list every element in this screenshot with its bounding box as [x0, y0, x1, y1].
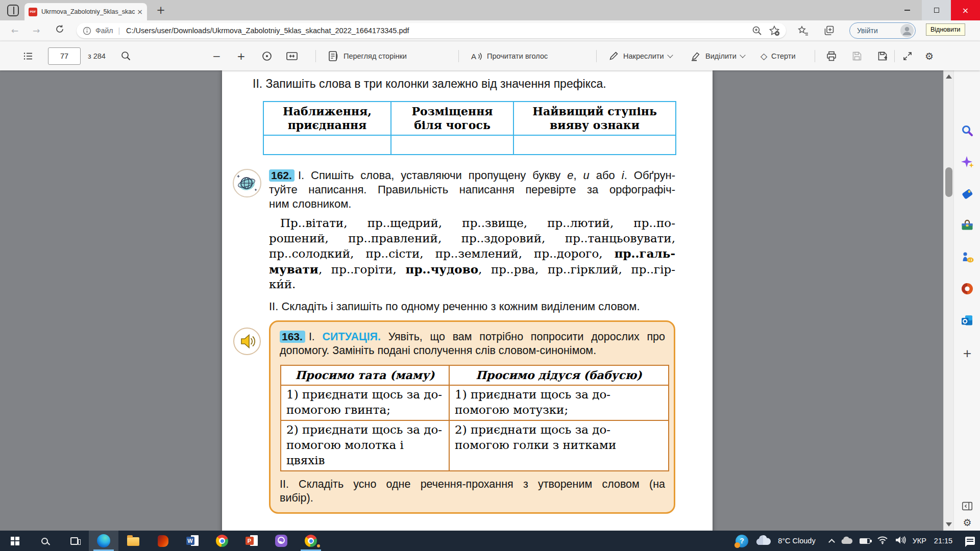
window-close-button[interactable]: ×: [951, 0, 980, 20]
page-view-button[interactable]: Перегляд сторінки: [327, 41, 407, 70]
zoom-reset-button[interactable]: [261, 41, 273, 70]
fit-width-icon: [286, 51, 298, 62]
print-button[interactable]: [826, 41, 837, 70]
chevron-down-icon[interactable]: [740, 52, 745, 58]
sidebar-microsoft365-button[interactable]: [960, 282, 974, 296]
minimize-icon: [904, 10, 910, 11]
tab-pdf[interactable]: PDF Ukrmova_Zabolotniy_5klas_skach ×: [24, 3, 147, 20]
action-center-icon[interactable]: [965, 537, 975, 545]
draw-button[interactable]: Накреслити: [608, 41, 672, 70]
file-explorer-button[interactable]: [118, 531, 148, 551]
save-as-icon: [877, 51, 888, 62]
tray-overflow-chevron[interactable]: [828, 539, 835, 545]
url-text: C:/Users/user/Downloads/Ukrmova_Zabolotn…: [126, 27, 745, 35]
page-number-input[interactable]: [48, 47, 81, 65]
new-tab-button[interactable]: +: [154, 4, 167, 17]
synonym-table: Просимо тата (маму) Просимо дідуся (бабу…: [280, 365, 669, 471]
sidebar-search-button[interactable]: [960, 123, 974, 138]
table-cell: 2) приєднати щось за до-помогою голки з …: [449, 420, 669, 471]
pdf-page: II. Запишіть слова в три колонки залежно…: [222, 70, 713, 531]
sidebar-tools-button[interactable]: [960, 218, 974, 233]
language-indicator[interactable]: УКР: [913, 537, 926, 545]
save-button[interactable]: [851, 41, 863, 70]
windows-logo-icon: [11, 537, 19, 545]
main-area: II. Запишіть слова в три колонки залежно…: [0, 70, 980, 531]
weather-widget[interactable]: 8°C Cloudy: [778, 537, 816, 545]
fit-width-button[interactable]: [286, 41, 298, 70]
zoom-page-icon[interactable]: [751, 25, 763, 36]
back-button[interactable]: ←: [8, 24, 21, 38]
forward-button[interactable]: →: [30, 24, 43, 38]
chevron-down-icon[interactable]: [667, 52, 673, 58]
pdf-settings-button[interactable]: ⚙: [925, 41, 934, 70]
read-aloud-button[interactable]: A Прочитати вголос: [470, 41, 548, 70]
sidebar-shopping-button[interactable]: [960, 187, 974, 201]
zoom-out-button[interactable]: −: [212, 41, 221, 70]
start-button[interactable]: [0, 531, 30, 551]
add-favorite-icon[interactable]: [769, 25, 780, 36]
zoom-in-button[interactable]: +: [237, 41, 246, 70]
sidebar-settings-button[interactable]: ⚙: [960, 515, 974, 530]
weather-cloud-icon[interactable]: [755, 535, 771, 547]
system-tray: ? 8°C Cloudy УКР 21:15: [736, 535, 980, 547]
erase-button[interactable]: ◇ Стерти: [761, 41, 796, 70]
scrollbar-thumb[interactable]: [945, 167, 952, 197]
taskbar-edge-button[interactable]: [89, 531, 118, 551]
window-restore-button[interactable]: [922, 0, 951, 20]
word-list: Пр..вітати, пр..щедрий, пр..звище, пр..л…: [269, 216, 675, 292]
globe-doodle-icon: [232, 168, 262, 200]
exercise-number-badge: 162.: [269, 169, 295, 182]
refresh-button[interactable]: [53, 24, 66, 38]
fullscreen-button[interactable]: [902, 41, 913, 70]
taskbar-search-button[interactable]: [30, 531, 59, 551]
draw-label: Накреслити: [623, 52, 664, 60]
task-part2-oral: II. Складіть усно одне речення-прохання …: [280, 478, 665, 506]
battery-icon[interactable]: [860, 538, 870, 544]
word-button[interactable]: W: [178, 531, 207, 551]
chrome-profile-button[interactable]: [296, 531, 326, 551]
volume-icon[interactable]: [895, 536, 906, 546]
onedrive-icon[interactable]: [841, 536, 853, 546]
address-bar[interactable]: Файл | C:/Users/user/Downloads/Ukrmova_Z…: [77, 23, 786, 38]
tab-actions-menu-icon[interactable]: [7, 5, 19, 16]
sidebar-copilot-button[interactable]: [960, 155, 974, 169]
profile-avatar: [900, 24, 914, 37]
powerpoint-button[interactable]: P: [237, 531, 266, 551]
sidebar-outlook-button[interactable]: [960, 313, 974, 328]
get-help-icon[interactable]: ?: [736, 535, 748, 547]
task-view-button[interactable]: [59, 531, 89, 551]
highlight-button[interactable]: Виділити: [690, 41, 745, 70]
table-cell: 1) приєднати щось за до-помогою гвинта;: [281, 385, 449, 420]
highlight-icon: [690, 51, 701, 62]
collections-button[interactable]: [823, 24, 835, 37]
toc-button[interactable]: [22, 41, 34, 70]
sidebar-customize-button[interactable]: +: [960, 346, 974, 360]
toc-icon: [22, 51, 34, 62]
sidebar-panel-toggle-button[interactable]: [960, 499, 974, 513]
office-app-button[interactable]: [148, 531, 178, 551]
favorites-button[interactable]: [797, 24, 810, 37]
clock[interactable]: 21:15: [933, 537, 953, 545]
window-controls: ×: [893, 0, 980, 20]
navigation-bar: ← → Файл | C:/Users/user/Downloads/Ukrmo…: [0, 20, 980, 41]
tab-close-icon[interactable]: ×: [137, 8, 143, 15]
signin-button[interactable]: Увійти: [849, 22, 916, 39]
scroll-down-arrow[interactable]: [946, 522, 952, 527]
scroll-up-arrow[interactable]: [946, 74, 952, 79]
wifi-icon[interactable]: [877, 536, 888, 546]
toolbox-icon: [961, 219, 974, 232]
address-divider: |: [118, 27, 120, 35]
save-as-button[interactable]: [877, 41, 888, 70]
pdf-scrollbar[interactable]: [943, 70, 953, 531]
task-part2-sentences: II. Складіть і запишіть по одному реченн…: [269, 300, 677, 313]
chrome-button[interactable]: [207, 531, 237, 551]
viber-button[interactable]: [266, 531, 296, 551]
task-part2-prefixes: II. Запишіть слова в три колонки залежно…: [253, 70, 713, 91]
pdf-search-button[interactable]: [120, 41, 131, 70]
toolbar-divider: [458, 50, 459, 62]
scheme-label: Файл: [95, 27, 113, 35]
sidebar-games-button[interactable]: [960, 250, 974, 264]
window-minimize-button[interactable]: [893, 0, 922, 20]
page-view-icon: [327, 50, 339, 62]
page-info-icon[interactable]: [83, 27, 91, 35]
